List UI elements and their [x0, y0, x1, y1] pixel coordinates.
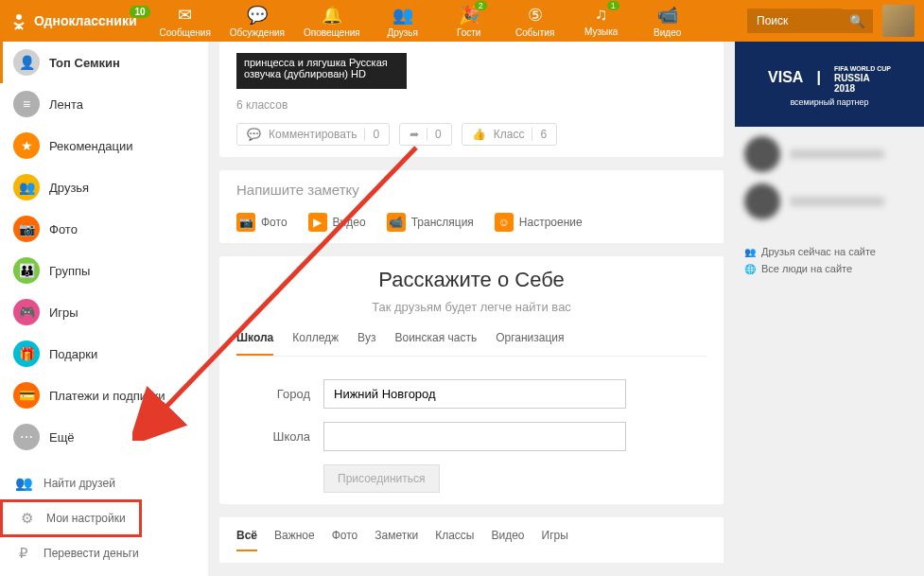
sidebar-item[interactable]: 👤Топ Семкин: [0, 42, 208, 83]
nav-item-видео[interactable]: 📹Видео: [644, 5, 691, 38]
filter-tab[interactable]: Игры: [542, 529, 568, 551]
promo-banner[interactable]: VISA | FIFA WORLD CUP RUSSIA 2018 всемир…: [735, 42, 924, 127]
search-icon: 🔍: [849, 14, 865, 28]
filter-tab[interactable]: Фото: [332, 529, 358, 551]
sidebar-icon: 👥: [13, 174, 40, 201]
promo-text-main: RUSSIA: [834, 73, 870, 83]
settings-highlight: ⚙Мои настройки: [0, 499, 142, 537]
friend-row[interactable]: [744, 183, 915, 219]
nav-item-обсуждения[interactable]: 💬Обсуждения: [230, 5, 285, 38]
city-input[interactable]: [323, 379, 626, 409]
nav-icon: 🔔: [322, 5, 342, 26]
sidebar-icon: ₽: [13, 543, 34, 564]
nav-icon: ✉: [178, 5, 192, 26]
search-input[interactable]: [747, 9, 842, 33]
about-tab[interactable]: Колледж: [292, 331, 339, 356]
nav-badge: 1: [607, 1, 619, 10]
video-thumbnail[interactable]: принцесса и лягушка Русская озвучка (дуб…: [236, 53, 407, 89]
promo-text-year: 2018: [834, 83, 855, 94]
search-button[interactable]: 🔍: [842, 9, 873, 33]
nav-label: Видео: [654, 27, 681, 38]
sidebar-label: Ещё: [49, 430, 75, 445]
sidebar-icon: 🎁: [13, 340, 40, 367]
join-button[interactable]: Присоединиться: [323, 464, 440, 493]
sidebar-label: Фото: [49, 222, 78, 236]
share-button[interactable]: ➦ 0: [399, 123, 452, 146]
nav-icon: 📹: [657, 5, 678, 26]
right-column: VISA | FIFA WORLD CUP RUSSIA 2018 всемир…: [735, 42, 924, 576]
comment-button[interactable]: 💬 Комментировать 0: [236, 123, 390, 146]
friends-preview: [735, 127, 924, 240]
all-people-link[interactable]: 🌐 Все люди на сайте: [744, 263, 915, 274]
sidebar-item[interactable]: 👥Друзья: [0, 166, 208, 208]
filter-tab[interactable]: Всё: [236, 529, 257, 551]
nav-item-сообщения[interactable]: ✉Сообщения: [160, 5, 211, 38]
sidebar-item[interactable]: ★Рекомендации: [0, 125, 208, 166]
video-title: принцесса и лягушка Русская озвучка (дуб…: [244, 57, 388, 79]
classes-count: 6 классов: [236, 98, 706, 112]
nav-item-гости[interactable]: 🎉Гости2: [445, 5, 493, 38]
sidebar-item[interactable]: 📣Объявления: [0, 569, 208, 576]
sidebar-item[interactable]: ⚙Мои настройки: [3, 502, 139, 534]
sidebar-label: Лента: [49, 97, 83, 112]
filter-tab[interactable]: Классы: [435, 529, 474, 551]
site-logo[interactable]: Одноклассники 10: [9, 11, 137, 30]
about-tab[interactable]: Организация: [496, 331, 564, 356]
user-avatar[interactable]: [882, 5, 915, 37]
ok-logo-icon: [9, 11, 28, 30]
attach-видео[interactable]: ▶Видео: [308, 213, 366, 232]
sidebar-item[interactable]: ≡Лента: [0, 83, 208, 125]
school-input[interactable]: [323, 422, 626, 451]
sidebar-item[interactable]: 👥Найти друзей: [0, 467, 208, 499]
sidebar-item[interactable]: 📷Фото: [0, 208, 208, 250]
attach-icon: ▶: [308, 213, 327, 232]
about-subtitle: Так друзьям будет легче найти вас: [236, 300, 706, 314]
note-input[interactable]: Напишите заметку: [236, 182, 706, 198]
sidebar-item[interactable]: ₽Перевести деньги: [0, 537, 208, 569]
sidebar-label: Друзья: [49, 181, 89, 195]
thumbs-up-icon: 👍: [472, 128, 486, 141]
attach-label: Трансляция: [411, 216, 474, 229]
compose-note-card: Напишите заметку 📷Фото▶Видео📹Трансляция☺…: [219, 170, 724, 243]
sidebar-label: Подарки: [49, 347, 97, 361]
nav-item-события[interactable]: ⑤События: [512, 5, 559, 38]
nav-item-музыка[interactable]: ♫Музыка1: [578, 5, 625, 38]
sidebar-icon: 👤: [13, 49, 40, 76]
sidebar-item[interactable]: ⋯Ещё: [0, 416, 208, 458]
people-icon: 👥: [744, 247, 756, 257]
about-tab[interactable]: Вуз: [357, 331, 375, 356]
friends-online-link[interactable]: 👥 Друзья сейчас на сайте: [744, 246, 915, 257]
nav-icon: ♫: [595, 5, 608, 25]
about-tab[interactable]: Воинская часть: [394, 331, 477, 356]
sidebar-label: Топ Семкин: [49, 56, 120, 70]
friends-online-label: Друзья сейчас на сайте: [761, 246, 876, 257]
sidebar-item[interactable]: 💳Платежи и подписки: [0, 375, 208, 416]
about-tab[interactable]: Школа: [236, 331, 273, 356]
sidebar-icon: 💳: [13, 382, 40, 409]
attach-фото[interactable]: 📷Фото: [236, 213, 288, 232]
sidebar-item[interactable]: 🎮Игры: [0, 291, 208, 333]
promo-text-top: FIFA WORLD CUP: [834, 65, 891, 72]
nav-badge: 2: [475, 1, 487, 10]
nav-label: Гости: [457, 27, 480, 38]
sidebar-item[interactable]: 👪Группы: [0, 250, 208, 291]
nav-item-друзья[interactable]: 👥Друзья: [379, 5, 427, 38]
filter-tab[interactable]: Заметки: [375, 529, 418, 551]
promo-tagline: всемирный партнер: [790, 97, 868, 107]
sidebar-item[interactable]: 🎁Подарки: [0, 333, 208, 375]
filter-tab[interactable]: Видео: [491, 529, 524, 551]
nav-label: Обсуждения: [230, 27, 285, 38]
klass-button[interactable]: 👍 Класс 6: [462, 123, 557, 146]
nav-item-оповещения[interactable]: 🔔Оповещения: [304, 5, 360, 38]
sidebar-icon: 🎮: [13, 299, 40, 325]
nav-label: События: [515, 27, 554, 38]
attach-настроение[interactable]: ☺Настроение: [495, 213, 583, 232]
attach-icon: ☺: [495, 213, 514, 232]
attach-трансляция[interactable]: 📹Трансляция: [387, 213, 474, 232]
share-count: 0: [427, 128, 442, 141]
sidebar-label: Найти друзей: [44, 477, 115, 490]
filter-tab[interactable]: Важное: [274, 529, 315, 551]
sidebar: 👤Топ Семкин≡Лента★Рекомендации👥Друзья📷Фо…: [0, 42, 208, 576]
friend-row[interactable]: [744, 136, 915, 172]
nav-label: Музыка: [584, 26, 618, 37]
